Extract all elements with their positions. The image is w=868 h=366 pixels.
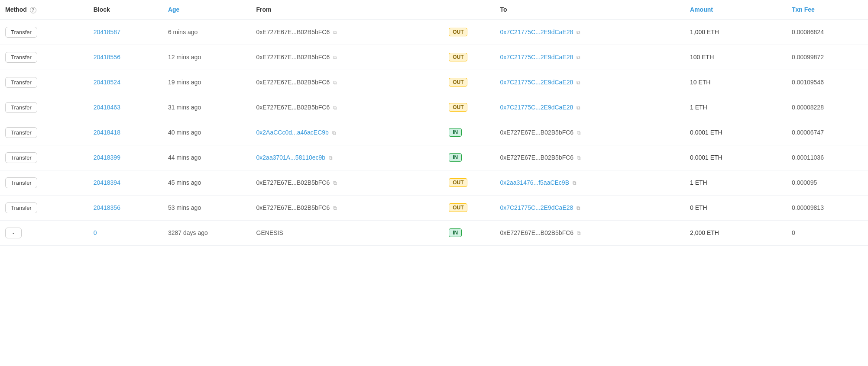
from-copy-icon[interactable]: ⧉ — [333, 55, 337, 61]
method-help-icon[interactable]: ? — [30, 7, 36, 13]
method-badge[interactable]: Transfer — [5, 152, 37, 163]
from-copy-icon[interactable]: ⧉ — [333, 205, 337, 211]
block-link[interactable]: 20418463 — [94, 104, 120, 111]
age-value: 6 mins ago — [168, 29, 198, 35]
fee-value: 0.00099872 — [792, 54, 824, 61]
to-copy-icon[interactable]: ⧉ — [577, 205, 580, 211]
to-copy-icon[interactable]: ⧉ — [577, 105, 580, 111]
method-badge[interactable]: Transfer — [5, 102, 37, 113]
cell-to: 0xE727E67E...B02B5bFC6 ⧉ — [495, 220, 685, 245]
block-link[interactable]: 20418587 — [94, 29, 120, 35]
cell-age: 12 mins ago — [163, 45, 251, 70]
from-address: 0xE727E67E...B02B5bFC6 — [256, 79, 330, 86]
direction-badge: OUT — [449, 178, 467, 187]
method-badge[interactable]: Transfer — [5, 27, 37, 38]
from-address-link[interactable]: 0x2aa3701A...58110ec9b — [256, 154, 326, 161]
to-address-link[interactable]: 0x2aa31476...f5aaCEc9B — [500, 179, 569, 186]
fee-value: 0.00109546 — [792, 79, 824, 86]
from-copy-icon[interactable]: ⧉ — [332, 130, 336, 136]
direction-badge: OUT — [449, 78, 467, 87]
from-copy-icon[interactable]: ⧉ — [333, 80, 337, 86]
cell-amount: 0.0001 ETH — [685, 120, 787, 145]
method-badge[interactable]: Transfer — [5, 177, 37, 188]
block-link[interactable]: 20418524 — [94, 79, 120, 86]
cell-block: 20418356 — [88, 195, 163, 220]
age-value: 12 mins ago — [168, 54, 201, 61]
from-address: 0xE727E67E...B02B5bFC6 — [256, 29, 330, 35]
block-link[interactable]: 20418399 — [94, 154, 120, 161]
to-copy-icon[interactable]: ⧉ — [577, 230, 581, 236]
cell-fee: 0.00006747 — [787, 120, 868, 145]
direction-badge: IN — [449, 228, 462, 237]
column-header-age[interactable]: Age — [163, 0, 251, 19]
to-copy-icon[interactable]: ⧉ — [577, 130, 581, 136]
to-copy-icon[interactable]: ⧉ — [577, 55, 580, 61]
cell-block: 0 — [88, 220, 163, 245]
table-row: Transfer2041855612 mins ago0xE727E67E...… — [0, 45, 868, 70]
cell-fee: 0.000095 — [787, 170, 868, 195]
to-address-link[interactable]: 0x7C21775C...2E9dCaE28 — [500, 29, 573, 35]
from-copy-icon[interactable]: ⧉ — [333, 29, 337, 35]
cell-block: 20418524 — [88, 70, 163, 95]
cell-method: Transfer — [0, 145, 88, 170]
to-address-link[interactable]: 0x7C21775C...2E9dCaE28 — [500, 204, 573, 211]
from-copy-icon[interactable]: ⧉ — [333, 105, 337, 111]
cell-to: 0x7C21775C...2E9dCaE28 ⧉ — [495, 95, 685, 120]
age-value: 3287 days ago — [168, 229, 208, 236]
cell-age: 19 mins ago — [163, 70, 251, 95]
cell-from: 0x2aa3701A...58110ec9b ⧉ — [251, 145, 441, 170]
age-value: 19 mins ago — [168, 79, 201, 86]
block-link[interactable]: 20418556 — [94, 54, 120, 61]
cell-age: 45 mins ago — [163, 170, 251, 195]
column-header-txnfee[interactable]: Txn Fee — [787, 0, 868, 19]
method-badge[interactable]: Transfer — [5, 127, 37, 138]
cell-method: - — [0, 220, 88, 245]
cell-age: 53 mins ago — [163, 195, 251, 220]
to-copy-icon[interactable]: ⧉ — [577, 155, 581, 161]
table-row: Transfer2041841840 mins ago0x2AaCCc0d...… — [0, 120, 868, 145]
cell-age: 3287 days ago — [163, 220, 251, 245]
block-link[interactable]: 20418356 — [94, 204, 120, 211]
cell-direction: OUT — [441, 170, 495, 195]
block-link[interactable]: 20418418 — [94, 129, 120, 136]
from-address: 0xE727E67E...B02B5bFC6 — [256, 104, 330, 111]
table-row: Transfer2041835653 mins ago0xE727E67E...… — [0, 195, 868, 220]
block-link[interactable]: 20418394 — [94, 179, 120, 186]
fee-value: 0.00011036 — [792, 154, 824, 161]
method-badge[interactable]: Transfer — [5, 202, 37, 213]
fee-value: 0.00008228 — [792, 104, 824, 111]
to-address: 0xE727E67E...B02B5bFC6 — [500, 229, 573, 236]
cell-from: 0xE727E67E...B02B5bFC6 ⧉ — [251, 95, 441, 120]
direction-badge: IN — [449, 128, 462, 137]
amount-value: 100 ETH — [690, 54, 714, 61]
cell-to: 0x2aa31476...f5aaCEc9B ⧉ — [495, 170, 685, 195]
fee-value: 0.00009813 — [792, 204, 824, 211]
cell-from: 0xE727E67E...B02B5bFC6 ⧉ — [251, 170, 441, 195]
cell-age: 6 mins ago — [163, 19, 251, 45]
to-address-link[interactable]: 0x7C21775C...2E9dCaE28 — [500, 104, 573, 111]
table-row: Transfer2041846331 mins ago0xE727E67E...… — [0, 95, 868, 120]
to-address-link[interactable]: 0x7C21775C...2E9dCaE28 — [500, 79, 573, 86]
column-header-amount[interactable]: Amount — [685, 0, 787, 19]
column-header-to: To — [495, 0, 685, 19]
cell-amount: 1,000 ETH — [685, 19, 787, 45]
direction-badge: IN — [449, 153, 462, 162]
to-copy-icon[interactable]: ⧉ — [577, 29, 580, 35]
from-address: 0xE727E67E...B02B5bFC6 — [256, 179, 330, 186]
from-copy-icon[interactable]: ⧉ — [329, 155, 333, 161]
to-copy-icon[interactable]: ⧉ — [573, 180, 577, 186]
method-badge[interactable]: Transfer — [5, 77, 37, 88]
method-badge[interactable]: Transfer — [5, 52, 37, 63]
cell-from: 0xE727E67E...B02B5bFC6 ⧉ — [251, 70, 441, 95]
cell-direction: IN — [441, 145, 495, 170]
to-address-link[interactable]: 0x7C21775C...2E9dCaE28 — [500, 54, 573, 61]
fee-value: 0.00006747 — [792, 129, 824, 136]
fee-value: 0.000095 — [792, 179, 817, 186]
to-copy-icon[interactable]: ⧉ — [577, 80, 580, 86]
block-link[interactable]: 0 — [94, 229, 97, 236]
table-row: Transfer2041839944 mins ago0x2aa3701A...… — [0, 145, 868, 170]
to-address: 0xE727E67E...B02B5bFC6 — [500, 129, 573, 136]
table-row: -03287 days agoGENESISIN0xE727E67E...B02… — [0, 220, 868, 245]
from-copy-icon[interactable]: ⧉ — [333, 180, 337, 186]
from-address-link[interactable]: 0x2AaCCc0d...a46acEC9b — [256, 129, 329, 136]
